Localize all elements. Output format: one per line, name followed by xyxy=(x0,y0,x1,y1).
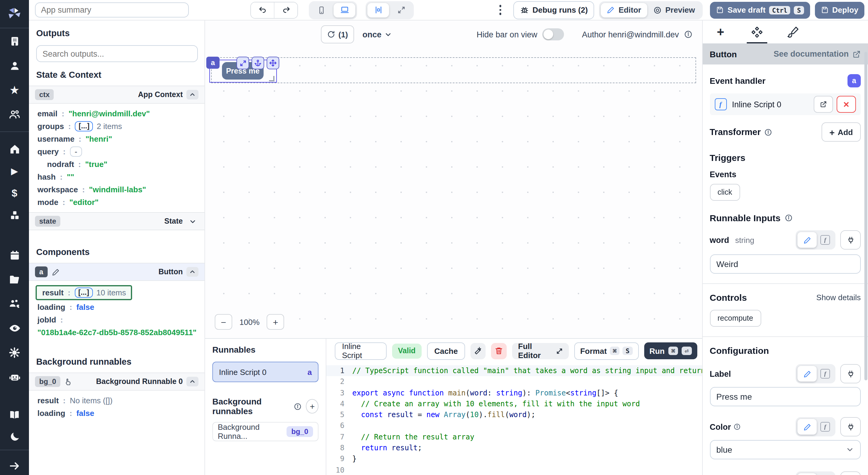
label-value-input[interactable] xyxy=(710,387,861,406)
search-outputs-input[interactable] xyxy=(36,45,197,62)
chevron-down-icon[interactable] xyxy=(186,216,198,226)
expand-array-badge[interactable]: [...] xyxy=(75,287,93,298)
mobile-view-button[interactable] xyxy=(311,3,332,17)
anchor-handle-icon[interactable] xyxy=(251,57,264,69)
redo-button[interactable] xyxy=(274,2,298,18)
schedules-calendar-icon[interactable] xyxy=(0,246,29,264)
result-highlight[interactable]: result: [...] 10 items xyxy=(36,285,132,300)
info-icon[interactable] xyxy=(764,128,772,136)
center-layout-button[interactable] xyxy=(367,3,389,17)
add-transformer-button[interactable]: +Add xyxy=(822,122,861,142)
show-details-link[interactable]: Show details xyxy=(816,293,861,302)
app-summary-input[interactable] xyxy=(35,2,189,18)
open-script-button[interactable] xyxy=(814,96,833,113)
home-icon[interactable] xyxy=(0,140,29,158)
ai-robot-icon[interactable] xyxy=(0,369,29,386)
ai-wand-button[interactable] xyxy=(470,343,486,359)
move-handle-icon[interactable] xyxy=(267,57,279,69)
tab-editor[interactable]: Editor xyxy=(601,3,647,17)
full-editor-button[interactable]: Full Editor xyxy=(512,343,569,359)
canvas-grid[interactable]: Press me a − 100% + xyxy=(205,48,702,338)
color-select[interactable]: blue xyxy=(710,440,861,459)
delete-script-button[interactable] xyxy=(491,343,507,359)
insert-component-tab[interactable]: + xyxy=(703,21,739,43)
fullscreen-button[interactable] xyxy=(390,3,412,17)
connect-plug-button[interactable] xyxy=(840,364,861,383)
folders-icon[interactable] xyxy=(0,271,29,288)
zoom-in-button[interactable]: + xyxy=(267,314,284,330)
function-mode[interactable]: f xyxy=(817,366,834,381)
refresh-button[interactable]: (1) xyxy=(321,25,354,43)
remove-script-button[interactable]: ✕ xyxy=(837,96,856,113)
info-icon[interactable] xyxy=(785,214,793,222)
workers-users-gear-icon[interactable] xyxy=(0,295,29,312)
groups-icon[interactable] xyxy=(0,106,29,124)
hide-bar-toggle[interactable] xyxy=(542,28,564,40)
info-icon[interactable] xyxy=(734,423,741,430)
connect-plug-button[interactable] xyxy=(840,230,861,249)
event-handler-script-row[interactable]: f Inline Script 0 ✕ xyxy=(710,94,861,115)
scrollbar-thumb[interactable] xyxy=(864,52,867,380)
collapse-arrow-icon[interactable] xyxy=(0,457,29,475)
debug-runs-button[interactable]: Debug runs (2) xyxy=(513,1,594,19)
save-draft-button[interactable]: Save draft CtrlS xyxy=(710,1,810,19)
see-documentation-link[interactable]: See documentation xyxy=(774,49,861,59)
chevron-up-icon[interactable] xyxy=(186,90,198,99)
connect-plug-button[interactable] xyxy=(840,471,861,475)
edit-id-pencil-icon[interactable] xyxy=(52,268,59,276)
settings-gear-icon[interactable] xyxy=(0,344,29,361)
desktop-view-button[interactable] xyxy=(334,3,355,17)
static-pencil-mode[interactable] xyxy=(798,419,817,435)
ctx-header-row[interactable]: ctx App Context xyxy=(29,86,205,104)
static-pencil-mode[interactable] xyxy=(798,232,817,248)
cache-button[interactable]: Cache xyxy=(427,342,465,360)
code-line: 6 xyxy=(326,420,702,432)
runs-play-icon[interactable]: ▶ xyxy=(0,163,29,180)
info-icon[interactable] xyxy=(294,402,302,410)
undo-button[interactable] xyxy=(251,2,274,18)
inline-script-tab[interactable]: Inline Script xyxy=(335,342,386,360)
function-mode[interactable]: f xyxy=(817,473,834,475)
component-a-header-row[interactable]: a Button xyxy=(29,263,205,281)
docs-book-icon[interactable] xyxy=(0,406,29,423)
eye-icon[interactable] xyxy=(0,319,29,337)
deploy-button[interactable]: Deploy xyxy=(815,1,864,19)
windmill-logo-icon[interactable] xyxy=(0,5,29,23)
code-area[interactable]: 1// TypeScript function called "main" th… xyxy=(326,363,702,475)
expand-array-badge[interactable]: [...] xyxy=(75,121,93,131)
zoom-out-button[interactable]: − xyxy=(215,314,232,330)
tab-preview[interactable]: Preview xyxy=(647,3,701,17)
info-icon[interactable] xyxy=(684,30,692,39)
add-background-runnable-button[interactable]: + xyxy=(306,399,318,413)
recompute-mode-select[interactable]: once xyxy=(363,30,392,39)
function-mode[interactable]: f xyxy=(817,419,834,435)
component-settings-tab[interactable] xyxy=(739,21,775,43)
word-value-input[interactable] xyxy=(710,255,861,274)
resize-handle[interactable] xyxy=(269,76,275,81)
variables-dollar-icon[interactable]: $ xyxy=(0,185,29,202)
component-id-badge[interactable]: a xyxy=(206,57,220,69)
chevron-up-icon[interactable] xyxy=(186,377,198,386)
format-button[interactable]: Format ⌘S xyxy=(574,342,639,360)
state-header-row[interactable]: state State xyxy=(29,212,205,230)
recompute-chip[interactable]: recompute xyxy=(710,310,761,327)
connect-plug-button[interactable] xyxy=(840,417,861,436)
bg0-header-row[interactable]: bg_0 Background Runnable 0 xyxy=(29,373,205,391)
static-pencil-mode[interactable] xyxy=(798,473,817,475)
background-runnable-item[interactable]: Background Runna... bg_0 xyxy=(212,422,318,441)
dark-mode-moon-icon[interactable] xyxy=(0,428,29,445)
chevron-up-icon[interactable] xyxy=(186,267,198,277)
run-button[interactable]: Run ⌘⏎ xyxy=(644,342,697,359)
static-pencil-mode[interactable] xyxy=(798,366,817,381)
more-options-menu[interactable] xyxy=(495,5,506,15)
styling-brush-tab[interactable] xyxy=(775,21,811,43)
function-mode[interactable]: f xyxy=(817,232,834,248)
expand-handle-icon[interactable] xyxy=(237,57,249,69)
runnable-item-selected[interactable]: Inline Script 0 a xyxy=(212,362,318,382)
workspace-building-icon[interactable] xyxy=(0,33,29,50)
empty-object-badge[interactable]: - xyxy=(70,146,82,157)
event-click-chip[interactable]: click xyxy=(710,184,740,201)
resources-cubes-icon[interactable] xyxy=(0,207,29,224)
favorites-star-icon[interactable]: ★ xyxy=(0,82,29,99)
user-icon[interactable] xyxy=(0,57,29,75)
